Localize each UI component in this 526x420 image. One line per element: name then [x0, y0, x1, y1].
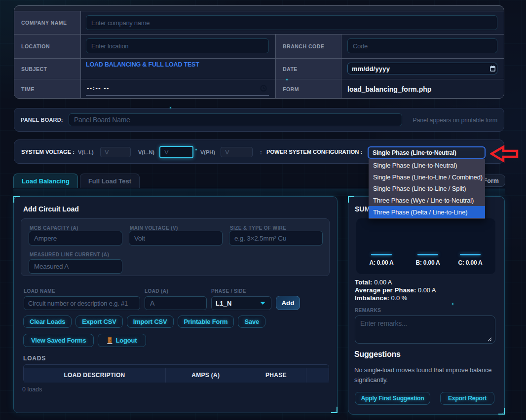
imbalance-label-text: Imbalance:	[355, 294, 389, 302]
phase-c-bar	[460, 254, 481, 255]
chevron-down-icon	[260, 302, 265, 305]
import-csv-text: Import CSV	[133, 318, 167, 325]
calendar-icon[interactable]	[490, 66, 495, 71]
printable-form-text: Printable Form	[184, 318, 228, 325]
phase-bar-chart: A: 0.00 A B: 0.00 A C: 0.00 A	[356, 218, 495, 274]
particle-dot	[286, 79, 288, 80]
vln-label: V(L-N)	[138, 149, 154, 155]
import-csv-button[interactable]: Import CSV	[127, 315, 174, 328]
table-cell-label: COMPANY NAME	[14, 11, 80, 34]
dropdown-option[interactable]: Three Phase (Wye / Line-to-Neutral)	[369, 195, 485, 207]
wire-size-input[interactable]	[229, 231, 323, 245]
panel-board-input[interactable]	[69, 113, 402, 126]
vln-input[interactable]	[159, 146, 193, 158]
loads-empty-text: 0 loads	[22, 386, 42, 393]
imbalance-line: Imbalance: 0.0 %	[355, 294, 407, 302]
main-voltage-label: MAIN VOLTAGE (V)	[130, 225, 178, 231]
add-button-text: Add	[281, 299, 294, 307]
loads-section-label: LOADS	[23, 355, 46, 362]
phase-side-select[interactable]: L1_N	[211, 296, 271, 310]
date-value-text: mm/dd/yyyy	[352, 65, 390, 72]
measured-current-input[interactable]	[29, 259, 122, 274]
apply-first-suggestion-button[interactable]: Apply First Suggestion	[355, 392, 430, 405]
main-voltage-input[interactable]	[129, 231, 223, 245]
save-button[interactable]: Save	[238, 315, 265, 328]
tab-load-balancing[interactable]: Load Balancing	[13, 174, 78, 188]
avg-label-text: Average per Phase:	[355, 286, 416, 294]
load-name-label: LOAD NAME	[24, 288, 55, 294]
table-cell-label: DATE	[275, 59, 341, 79]
date-input[interactable]: mm/dd/yyyy	[347, 63, 497, 74]
clock-icon[interactable]	[260, 85, 269, 92]
company-name-label: COMPANY NAME	[21, 20, 67, 26]
voltage-colon: :	[260, 149, 262, 155]
action-button-row: Clear Loads Export CSV Import CSV Printa…	[23, 315, 265, 328]
logout-button[interactable]: Logout	[98, 334, 146, 347]
total-value-text: 0.00 A	[374, 279, 392, 286]
panel-board-label: PANEL BOARD:	[21, 117, 63, 123]
table-cell-label: BRANCH CODE	[275, 35, 341, 58]
tab-full-load-test[interactable]: Full Load Test	[80, 174, 140, 188]
particle-dot	[195, 149, 197, 150]
system-voltage-label: SYSTEM VOLTAGE :	[21, 149, 75, 155]
view-saved-forms-button[interactable]: View Saved Forms	[23, 334, 94, 347]
config-dropdown-popup: Single Phase (Line-to-Neutral) Single Ph…	[369, 159, 485, 219]
view-saved-text: View Saved Forms	[31, 337, 86, 344]
vph-label: V(PH)	[200, 149, 215, 155]
dropdown-option[interactable]: Single Phase (Line-to-Line / Split)	[369, 183, 485, 195]
selected-text: Single Phase (Line-to-Neutral)	[373, 149, 456, 156]
vph-input[interactable]	[221, 147, 253, 157]
red-arrow-annotation	[490, 145, 519, 163]
col-amps: AMPS (A)	[166, 368, 246, 383]
phase-value-text: L1_N	[216, 300, 232, 307]
loads-table: LOAD DESCRIPTION AMPS (A) PHASE	[23, 364, 329, 383]
save-text: Save	[244, 318, 259, 325]
vll-input[interactable]	[100, 147, 131, 157]
clear-loads-button[interactable]: Clear Loads	[23, 315, 72, 328]
load-amps-input[interactable]	[145, 296, 207, 310]
power-config-select[interactable]: Single Phase (Line-to-Neutral)	[368, 146, 486, 159]
full-load-test-text: Full Load Test	[88, 177, 131, 185]
export-report-button[interactable]: Export Report	[440, 392, 494, 405]
export-csv-button[interactable]: Export CSV	[75, 315, 123, 328]
dropdown-option[interactable]: Single Phase (Line-to-Line / Combined)	[369, 172, 485, 183]
phase-b-label: B: 0.00 A	[406, 259, 450, 266]
average-line: Average per Phase: 0.00 A	[355, 286, 436, 294]
col-load-description: LOAD DESCRIPTION	[24, 368, 166, 383]
branch-code-input[interactable]	[347, 38, 497, 53]
col-actions	[306, 368, 329, 383]
power-config-label: POWER SYSTEM CONFIGURATION :	[266, 149, 362, 155]
dropdown-option-highlighted[interactable]: Three Phase (Delta / Line-to-Line)	[369, 206, 485, 218]
add-circuit-title: Add Circuit Load	[23, 205, 79, 213]
measured-current-label: MEASURED LINE CURRENT (A)	[30, 252, 109, 257]
export-button-text: Export Report	[448, 395, 487, 402]
imbalance-value-text: 0.0 %	[391, 294, 407, 302]
branch-code-label: BRANCH CODE	[283, 43, 324, 49]
printable-form-button-left[interactable]: Printable Form	[178, 315, 234, 328]
mcb-capacity-label: MCB CAPACITY (A)	[30, 225, 78, 231]
resize-handle-icon[interactable]	[488, 337, 492, 342]
col-phase: PHASE	[246, 368, 307, 383]
dropdown-option[interactable]: Single Phase (Line-to-Neutral)	[369, 160, 485, 172]
phase-c-label: C: 0.00 A	[448, 259, 492, 266]
panel-board-hint: Panel appears on printable form	[413, 117, 497, 124]
vll-label: V(L-L)	[78, 149, 94, 155]
load-name-input[interactable]	[24, 296, 140, 310]
remarks-textarea[interactable]	[355, 315, 495, 344]
company-name-input[interactable]	[86, 15, 497, 30]
total-line: Total: 0.00 A	[355, 279, 392, 286]
suggestions-message: No single-load moves found that improve …	[354, 365, 498, 385]
time-label: TIME	[21, 86, 35, 92]
clear-text: Clear Loads	[30, 318, 65, 325]
phase-a-bar	[371, 254, 392, 255]
mcb-capacity-input[interactable]	[29, 231, 122, 245]
form-label: FORM	[283, 86, 299, 92]
door-icon	[107, 337, 113, 344]
logout-text: Logout	[115, 337, 137, 344]
add-load-button[interactable]: Add	[276, 296, 300, 310]
particle-dot	[452, 303, 453, 305]
location-input[interactable]	[86, 38, 269, 53]
phase-b-bar	[417, 254, 438, 255]
avg-value-text: 0.00 A	[418, 286, 436, 294]
time-input[interactable]: --:-- --	[86, 81, 269, 96]
